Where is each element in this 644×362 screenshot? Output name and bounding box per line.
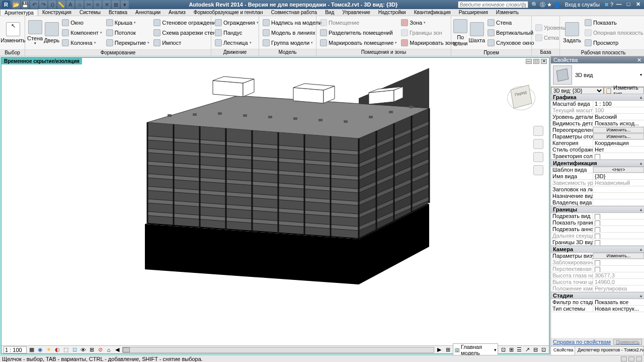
level-button[interactable]: Уровень [534,23,567,33]
cat-ident[interactable]: Идентификация▴ [551,160,644,167]
refplane-button[interactable]: Опорная плоскость [583,28,644,38]
vb-r5-icon[interactable]: ⊟ [532,346,539,353]
prop-bbox[interactable]: Границы 3D вида [551,239,644,246]
user-icon[interactable]: 👤 [553,2,560,8]
tab-collab[interactable]: Совместная работа [267,9,321,16]
maximize-button[interactable]: □ [624,1,632,8]
stair-button[interactable]: Лестница▾ [213,38,260,48]
vp-max-icon[interactable]: □ [533,59,539,64]
tab-view[interactable]: Вид [321,9,338,16]
roomsep-button[interactable]: Разделитель помещений [318,28,398,38]
qat-close-icon[interactable]: ✕ [103,1,111,9]
areabound-button[interactable]: Границы зон [399,28,461,38]
window-button[interactable]: Окно [60,18,103,28]
sb-2[interactable] [628,356,634,361]
tab-quant[interactable]: Квантификация [410,9,455,16]
tab-annotate[interactable]: Аннотации [131,9,165,16]
vp-close-icon[interactable]: ✕ [541,59,547,64]
steering-wheel-icon[interactable] [533,126,543,136]
vp-min-icon[interactable]: — [526,59,532,64]
model-canvas[interactable] [2,58,549,353]
prop-vis[interactable]: Видимость деталейПоказать исход... [551,120,644,127]
vb-constraint-icon[interactable]: ⊘ [97,346,104,353]
room-button[interactable]: Помещение [318,18,398,28]
vb-shadow-icon[interactable]: ◐ [54,346,61,353]
modeltext-button[interactable]: Надпись на модели [261,18,323,28]
prop-disc[interactable]: КатегорияКоординация [551,140,644,147]
cat-graphics[interactable]: Графика▴ [551,94,644,101]
dormer-button[interactable]: Слуховое окно [486,38,536,48]
qat-3d-icon[interactable]: ⌂ [75,1,84,9]
prop-phasefilter[interactable]: Фильтр по стадиямПоказать все [551,299,644,306]
viewcube[interactable]: Перед [506,83,536,113]
component-button[interactable]: Компонент▾ [60,28,103,38]
modelgroup-button[interactable]: Группа модели▾ [261,38,323,48]
app-logo[interactable]: R [2,1,10,9]
help-icon[interactable]: ? [610,2,613,8]
props-tab-browser[interactable]: Диспетчер проектов - Томск2.rvt [575,346,644,355]
subscription-icon[interactable]: Ⓢ [540,1,545,9]
qat-dd-icon[interactable]: ▾ [121,1,129,9]
cat-extents[interactable]: Границы▴ [551,206,644,213]
wallopen-button[interactable]: Стена [486,18,536,28]
tab-ext[interactable]: Расширения [455,9,492,16]
viewport[interactable]: Временное скрытие/изоляция — □ ✕ Перед 1… [1,57,550,354]
vb-right-icon[interactable]: ▶ [436,346,443,353]
shaft-button[interactable]: Шахта [468,17,485,48]
prop-name[interactable]: Имя вида{3D} [551,173,644,180]
vb-press-icon[interactable]: ⊞ [444,346,451,353]
vb-r2-icon[interactable]: ⊞ [508,346,515,353]
vertopen-button[interactable]: Вертикальный [486,28,536,38]
qat-undo-icon[interactable]: ↶ [30,1,38,9]
prop-anncrop[interactable]: Подрезать аннот... [551,226,644,233]
prop-sheet[interactable]: Заголовок на листе [551,186,644,193]
group-room-label[interactable]: Помещения и зоны [316,49,451,56]
vb-r4-icon[interactable]: ↗ [524,346,531,353]
properties-header[interactable]: Свойства✕ [551,56,644,63]
roomtag-button[interactable]: Маркировать помещение▾ [318,38,398,48]
wall-button[interactable]: Стена▾ [27,17,43,48]
vb-scrollbar[interactable] [122,347,434,353]
login-link[interactable]: Вход в службы [565,2,600,8]
cat-camera[interactable]: Камера▴ [551,246,644,253]
door-button[interactable]: Дверь [44,17,59,48]
qat-open-icon[interactable]: 📂 [12,1,20,9]
instance-filter[interactable]: 3D вид: {3D} [551,87,604,94]
prop-style[interactable]: Стиль отображен...Нет [551,147,644,153]
prop-render[interactable]: Параметры визуа...Изменить... [551,253,644,259]
vb-left-icon[interactable]: ◀ [114,346,121,353]
pan-icon[interactable] [533,139,543,149]
tab-analyze[interactable]: Анализ [165,9,190,16]
sb-3[interactable] [636,356,642,361]
tab-modify[interactable]: Изменить [492,9,523,16]
vb-style-icon[interactable]: ◉ [37,346,44,353]
showplane-button[interactable]: Показать [583,18,644,28]
exchange-icon[interactable]: ✖ [604,2,609,8]
qat-print-icon[interactable]: ⎙ [48,1,56,9]
properties-help-link[interactable]: Справка по свойствам [553,339,611,345]
viewer-button[interactable]: Просмотр [583,38,644,48]
prop-disp[interactable]: Параметры отобр...Изменить... [551,133,644,140]
vb-r6-icon[interactable]: ⊡ [540,346,547,353]
modelline-button[interactable]: Модель в линиях [261,28,323,38]
tab-manage[interactable]: Управление [338,9,374,16]
orbit-icon[interactable] [533,165,543,175]
railing-button[interactable]: Ограждения▾ [213,18,260,28]
prop-ref[interactable]: Назначение вида [551,193,644,199]
zoom-icon[interactable] [533,152,543,162]
qat-switch-icon[interactable]: ⊞ [112,1,120,9]
vb-detail-icon[interactable]: ▦ [28,346,35,353]
scale-selector[interactable]: 1 : 100 [4,346,27,353]
qat-section-icon[interactable]: ✂ [85,1,93,9]
prop-crop[interactable]: Подрезать вид [551,213,644,220]
roof-button[interactable]: Крыша▾ [105,18,151,28]
tab-addins[interactable]: Надстройки [374,9,410,16]
vb-r3-icon[interactable]: ☰ [516,346,523,353]
vb-analytic-icon[interactable]: ⌂ [105,346,112,353]
vb-r1-icon[interactable]: ⊡ [500,346,507,353]
column-button[interactable]: Колонна▾ [60,38,103,48]
search-input[interactable] [458,1,528,8]
minimize-button[interactable]: — [615,1,623,8]
workset-selector[interactable]: 🏢 Главная модель ▾ [453,343,498,356]
vb-hide-icon[interactable]: 👁 [79,346,87,353]
